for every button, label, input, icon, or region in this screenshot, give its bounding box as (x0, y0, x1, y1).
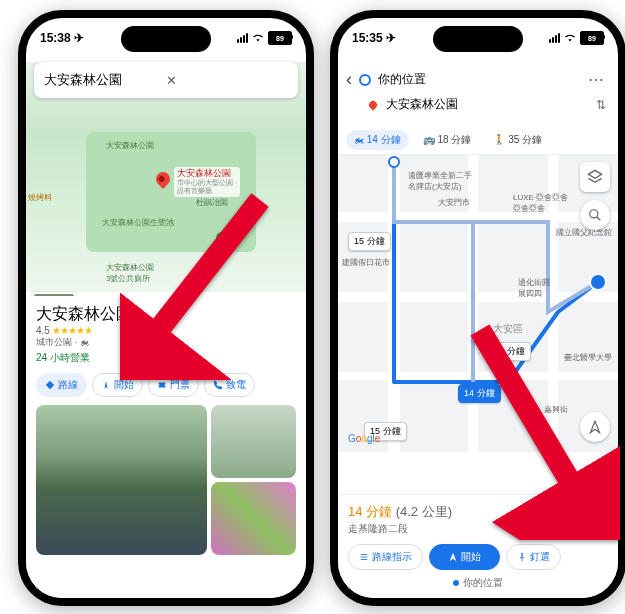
notch (433, 26, 523, 52)
layers-icon (587, 169, 603, 185)
search-bar[interactable]: 大安森林公園 ✕ (34, 62, 298, 98)
svg-point-1 (389, 157, 399, 167)
photo-main[interactable] (36, 405, 207, 555)
pin-title: 大安森林公園 (177, 168, 237, 179)
photo-small[interactable] (211, 482, 296, 555)
pin-icon (517, 552, 527, 562)
route-time-label[interactable]: 15 分鐘 (348, 232, 391, 251)
svg-point-0 (590, 274, 606, 290)
annotation-arrow (120, 190, 280, 384)
pin-button[interactable]: 釘選 (506, 544, 561, 570)
directions-header: ‹ 你的位置 ⋯ 大安森林公園 ⇅ (338, 62, 618, 120)
nav-icon (448, 552, 458, 562)
back-button[interactable]: ‹ (346, 69, 352, 90)
map-label: 大安門市 (438, 197, 470, 208)
map-label: 燒烤料 (28, 192, 52, 203)
map-label: 大安森林公園 (106, 140, 154, 151)
btn-label: 開始 (461, 550, 481, 564)
pin-subtitle: 市中心的大型公園 · (177, 179, 237, 187)
wifi-icon (563, 33, 577, 43)
route-button[interactable]: 路線 (36, 373, 87, 397)
search-button[interactable] (580, 200, 610, 230)
mode-transit[interactable]: 🚌 18 分鐘 (415, 130, 480, 150)
search-icon (588, 208, 602, 222)
list-icon (359, 552, 369, 562)
trip-duration: 14 分鐘 (348, 504, 392, 519)
travel-modes: 🏍 14 分鐘 🚌 18 分鐘 🚶 35 分鐘 (338, 126, 618, 155)
notch (121, 26, 211, 52)
map-label: LUXE·亞舍亞舍 亞舍亞舍 (513, 192, 568, 214)
status-time: 15:38 ✈ (40, 31, 84, 45)
svg-line-3 (135, 200, 260, 360)
more-button[interactable]: ⋯ (582, 70, 610, 89)
diamond-icon (45, 380, 55, 390)
mode-walk[interactable]: 🚶 35 分鐘 (485, 130, 550, 150)
origin-dot-icon (359, 74, 371, 86)
chip-label: 路線 (58, 378, 78, 392)
stars-icon: ★★★★★ (52, 325, 92, 336)
map-label: 通化街圓 展四四 (518, 277, 550, 299)
steps-button[interactable]: 路線指示 (348, 544, 423, 570)
svg-point-2 (590, 210, 598, 218)
battery-icon: 89 (268, 31, 292, 45)
btn-label: 路線指示 (372, 550, 412, 564)
signal-icon (549, 33, 560, 43)
wifi-icon (251, 33, 265, 43)
map-label: 建國假日花市 (342, 257, 390, 268)
swap-button[interactable]: ⇅ (592, 98, 610, 112)
status-time: 15:35 ✈ (352, 31, 396, 45)
go-button[interactable]: 開始 (429, 544, 500, 570)
signal-icon (237, 33, 248, 43)
search-query: 大安森林公園 (44, 71, 166, 89)
photo-gallery (36, 405, 296, 555)
origin-field[interactable]: 你的位置 (378, 71, 576, 88)
compass-icon (101, 380, 111, 390)
photo-small[interactable] (211, 405, 296, 478)
destination-field[interactable]: 大安森林公園 (386, 96, 586, 113)
google-logo: Google (348, 433, 380, 444)
trip-distance: (4.2 公里) (396, 504, 452, 519)
svg-line-4 (480, 330, 590, 515)
destination-dot-icon (367, 99, 378, 110)
map-label: 國立國父紀念館 (556, 227, 612, 238)
location-dot-icon (453, 580, 459, 586)
action-row: 路線指示 開始 釘選 (348, 544, 608, 570)
map-label: 遠匯專業全新二手 名牌店(大安店) (408, 170, 472, 192)
mode-motorcycle[interactable]: 🏍 14 分鐘 (346, 130, 409, 150)
tab-label[interactable]: 你的位置 (463, 576, 503, 590)
battery-icon: 89 (580, 31, 604, 45)
layers-button[interactable] (580, 162, 610, 192)
btn-label: 釘選 (530, 550, 550, 564)
annotation-arrow (460, 320, 620, 544)
rating-value: 4.5 (36, 325, 50, 336)
clear-icon[interactable]: ✕ (166, 73, 288, 88)
bottom-tabbar: 你的位置 (348, 576, 608, 590)
